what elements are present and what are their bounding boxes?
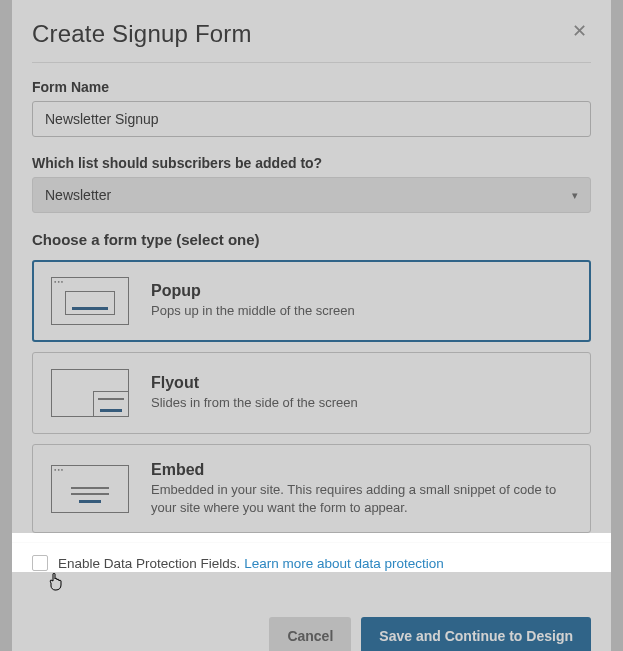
- form-name-input[interactable]: [32, 101, 591, 137]
- data-protection-row: Enable Data Protection Fields. Learn mor…: [12, 543, 611, 585]
- modal-footer: Cancel Save and Continue to Design: [32, 585, 591, 651]
- list-select-group: Which list should subscribers be added t…: [32, 155, 591, 213]
- form-type-text: Embed Embedded in your site. This requir…: [151, 461, 572, 516]
- list-select-value: Newsletter: [45, 187, 111, 203]
- list-select[interactable]: Newsletter ▾: [32, 177, 591, 213]
- form-type-heading: Choose a form type (select one): [32, 231, 591, 248]
- modal-header: Create Signup Form ✕: [32, 20, 591, 63]
- data-protection-link[interactable]: Learn more about data protection: [244, 556, 444, 571]
- form-type-desc: Slides in from the side of the screen: [151, 394, 572, 412]
- embed-thumbnail-icon: ●●●: [51, 465, 129, 513]
- chevron-down-icon: ▾: [572, 189, 578, 202]
- form-type-text: Popup Pops up in the middle of the scree…: [151, 282, 572, 320]
- form-type-desc: Embedded in your site. This requires add…: [151, 481, 572, 516]
- popup-thumbnail-icon: ●●●: [51, 277, 129, 325]
- data-protection-label: Enable Data Protection Fields.: [58, 556, 240, 571]
- form-type-option-flyout[interactable]: Flyout Slides in from the side of the sc…: [32, 352, 591, 434]
- cancel-button[interactable]: Cancel: [269, 617, 351, 651]
- form-type-title: Embed: [151, 461, 572, 479]
- form-type-desc: Pops up in the middle of the screen: [151, 302, 572, 320]
- save-continue-button[interactable]: Save and Continue to Design: [361, 617, 591, 651]
- form-name-label: Form Name: [32, 79, 591, 95]
- form-type-title: Flyout: [151, 374, 572, 392]
- form-type-option-popup[interactable]: ●●● Popup Pops up in the middle of the s…: [32, 260, 591, 342]
- form-type-option-embed[interactable]: ●●● Embed Embedded in your site. This re…: [32, 444, 591, 533]
- modal-title: Create Signup Form: [32, 20, 252, 48]
- close-icon[interactable]: ✕: [568, 20, 591, 42]
- flyout-thumbnail-icon: [51, 369, 129, 417]
- form-type-title: Popup: [151, 282, 572, 300]
- form-name-group: Form Name: [32, 79, 591, 137]
- data-protection-checkbox[interactable]: [32, 555, 48, 571]
- form-type-text: Flyout Slides in from the side of the sc…: [151, 374, 572, 412]
- data-protection-text: Enable Data Protection Fields. Learn mor…: [58, 556, 444, 571]
- create-signup-form-modal: Create Signup Form ✕ Form Name Which lis…: [12, 0, 611, 651]
- list-select-label: Which list should subscribers be added t…: [32, 155, 591, 171]
